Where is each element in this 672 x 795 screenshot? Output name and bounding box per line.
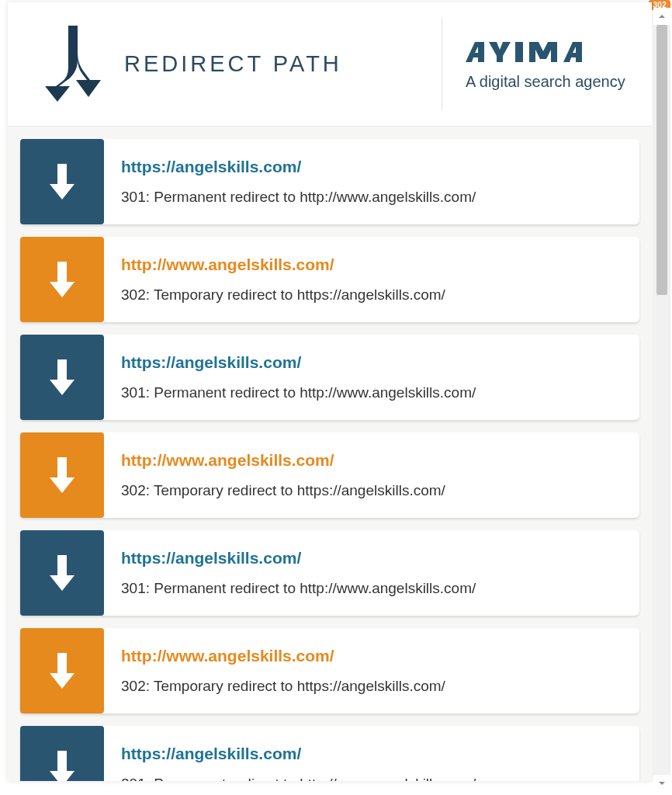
card-body: https://angelskills.com/ 301: Permanent … — [104, 139, 639, 224]
redirect-url-link[interactable]: http://www.angelskills.com/ — [121, 255, 622, 274]
redirect-card[interactable]: http://www.angelskills.com/ 302: Tempora… — [20, 237, 639, 322]
redirect-description: 302: Temporary redirect to https://angel… — [121, 286, 622, 304]
redirect-path-logo-icon — [31, 23, 102, 106]
redirect-description: 301: Permanent redirect to http://www.an… — [121, 776, 622, 781]
arrow-down-icon — [48, 356, 76, 398]
card-body: https://angelskills.com/ 301: Permanent … — [104, 530, 639, 616]
card-body: https://angelskills.com/ 301: Permanent … — [104, 335, 639, 420]
status-box — [20, 530, 104, 616]
redirect-description: 302: Temporary redirect to https://angel… — [121, 678, 622, 695]
card-body: https://angelskills.com/ 301: Permanent … — [104, 726, 639, 781]
redirect-card[interactable]: http://www.angelskills.com/ 302: Tempora… — [20, 432, 639, 518]
arrow-down-icon — [48, 748, 76, 781]
redirect-card[interactable]: https://angelskills.com/ 301: Permanent … — [20, 726, 639, 781]
status-box — [20, 726, 104, 781]
redirect-list: https://angelskills.com/ 301: Permanent … — [8, 127, 652, 781]
scroll-track[interactable] — [653, 25, 670, 775]
redirect-description: 302: Temporary redirect to https://angel… — [121, 482, 622, 499]
card-body: http://www.angelskills.com/ 302: Tempora… — [104, 432, 639, 518]
brand-tagline: A digital search agency — [466, 73, 625, 91]
redirect-description: 301: Permanent redirect to http://www.an… — [121, 384, 622, 401]
extension-popup: REDIRECT PATH A digital search — [8, 2, 652, 781]
popup-header: REDIRECT PATH A digital search — [8, 2, 652, 127]
redirect-url-link[interactable]: https://angelskills.com/ — [121, 353, 622, 372]
scroll-thumb[interactable] — [656, 25, 667, 295]
header-divider — [442, 18, 442, 111]
vertical-scrollbar[interactable] — [653, 8, 670, 792]
redirect-description: 301: Permanent redirect to http://www.an… — [121, 580, 622, 597]
redirect-url-link[interactable]: https://angelskills.com/ — [121, 158, 622, 176]
arrow-down-icon — [48, 650, 76, 692]
header-left: REDIRECT PATH — [31, 23, 418, 106]
status-box — [20, 139, 104, 224]
scroll-down-button[interactable] — [653, 775, 670, 792]
status-box — [20, 628, 104, 713]
redirect-url-link[interactable]: http://www.angelskills.com/ — [121, 647, 622, 665]
redirect-card[interactable]: https://angelskills.com/ 301: Permanent … — [20, 335, 639, 420]
status-box — [20, 335, 104, 420]
redirect-url-link[interactable]: https://angelskills.com/ — [121, 549, 622, 568]
app-title: REDIRECT PATH — [124, 51, 342, 77]
status-box — [20, 237, 104, 322]
ayima-logo-icon — [466, 37, 629, 68]
redirect-url-link[interactable]: https://angelskills.com/ — [121, 745, 622, 763]
brand-block: A digital search agency — [466, 37, 629, 91]
redirect-card[interactable]: https://angelskills.com/ 301: Permanent … — [20, 530, 639, 616]
redirect-card[interactable]: http://www.angelskills.com/ 302: Tempora… — [20, 628, 639, 713]
arrow-down-icon — [48, 259, 76, 300]
redirect-url-link[interactable]: http://www.angelskills.com/ — [121, 451, 622, 470]
arrow-down-icon — [48, 552, 76, 594]
card-body: http://www.angelskills.com/ 302: Tempora… — [104, 628, 639, 713]
app-viewport: 302 REDIRECT PATH — [0, 0, 672, 795]
redirect-card[interactable]: https://angelskills.com/ 301: Permanent … — [20, 139, 639, 224]
scroll-up-button[interactable] — [653, 8, 670, 25]
svg-rect-0 — [515, 42, 523, 62]
arrow-down-icon — [48, 161, 76, 203]
arrow-down-icon — [48, 454, 76, 496]
redirect-description: 301: Permanent redirect to http://www.an… — [121, 189, 622, 206]
card-body: http://www.angelskills.com/ 302: Tempora… — [104, 237, 639, 322]
status-box — [20, 432, 104, 518]
